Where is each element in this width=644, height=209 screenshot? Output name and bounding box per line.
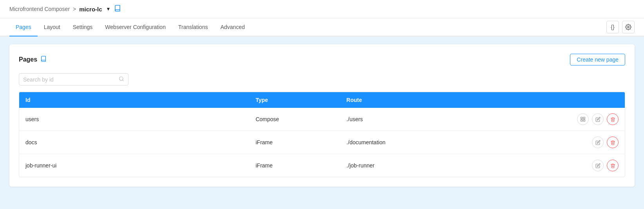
search-input[interactable]	[23, 76, 119, 83]
compose-icon-button[interactable]	[577, 113, 589, 125]
cell-actions	[571, 131, 625, 154]
cell-type: iFrame	[249, 154, 340, 177]
pages-table: Id Type Route usersCompose./usersdocsiFr…	[19, 92, 625, 177]
card-title-text: Pages	[19, 56, 37, 63]
cell-type: Compose	[249, 108, 340, 131]
cell-route: ./documentation	[340, 131, 571, 154]
search-wrapper	[19, 73, 128, 85]
col-header-route: Route	[340, 92, 571, 108]
table-row: docsiFrame./documentation	[19, 131, 625, 154]
tab-pages[interactable]: Pages	[9, 18, 38, 36]
project-name: micro-lc	[79, 6, 102, 13]
settings-button[interactable]	[622, 21, 635, 33]
header-book-icon[interactable]	[114, 5, 121, 13]
cell-route: ./users	[340, 108, 571, 131]
tab-webserver-configuration[interactable]: Webserver Configuration	[99, 18, 172, 36]
svg-point-0	[628, 26, 629, 28]
svg-rect-5	[581, 120, 582, 121]
svg-rect-6	[583, 120, 585, 121]
project-dropdown[interactable]: ▼	[106, 6, 111, 12]
search-icon	[119, 76, 124, 83]
cell-id: job-runner-ui	[19, 154, 249, 177]
card-header: Pages Create new page	[19, 54, 625, 65]
code-button[interactable]: {}	[606, 21, 619, 33]
delete-icon-button[interactable]	[607, 160, 619, 171]
nav-tabs: Pages Layout Settings Webserver Configur…	[0, 18, 644, 36]
tab-advanced[interactable]: Advanced	[214, 18, 251, 36]
cell-actions	[571, 108, 625, 131]
nav-tabs-right: {}	[606, 21, 635, 33]
create-new-page-button[interactable]: Create new page	[570, 54, 625, 65]
tab-settings[interactable]: Settings	[67, 18, 99, 36]
cell-id: docs	[19, 131, 249, 154]
main-content: Pages Create new page Id	[0, 36, 644, 194]
cell-type: iFrame	[249, 131, 340, 154]
app-header: Microfrontend Composer > micro-lc ▼	[0, 0, 644, 18]
search-container	[19, 73, 625, 85]
svg-rect-3	[581, 117, 582, 119]
edit-icon-button[interactable]	[592, 113, 604, 125]
col-header-id: Id	[19, 92, 249, 108]
svg-line-2	[123, 80, 124, 81]
edit-icon-button[interactable]	[592, 136, 604, 148]
pages-card: Pages Create new page Id	[9, 44, 635, 187]
table-header-row: Id Type Route	[19, 92, 625, 108]
tab-translations[interactable]: Translations	[172, 18, 214, 36]
app-title: Microfrontend Composer	[9, 6, 70, 12]
table-row: job-runner-uiiFrame./job-runner	[19, 154, 625, 177]
cell-actions	[571, 154, 625, 177]
table-row: usersCompose./users	[19, 108, 625, 131]
cell-id: users	[19, 108, 249, 131]
card-title: Pages	[19, 56, 47, 64]
nav-tabs-left: Pages Layout Settings Webserver Configur…	[9, 18, 251, 36]
delete-icon-button[interactable]	[607, 113, 619, 125]
card-book-icon[interactable]	[40, 56, 47, 64]
edit-icon-button[interactable]	[592, 160, 604, 171]
tab-layout[interactable]: Layout	[38, 18, 67, 36]
svg-rect-4	[583, 117, 585, 119]
breadcrumb-separator: >	[73, 6, 76, 12]
cell-route: ./job-runner	[340, 154, 571, 177]
col-header-type: Type	[249, 92, 340, 108]
col-header-actions	[571, 92, 625, 108]
delete-icon-button[interactable]	[607, 136, 619, 148]
